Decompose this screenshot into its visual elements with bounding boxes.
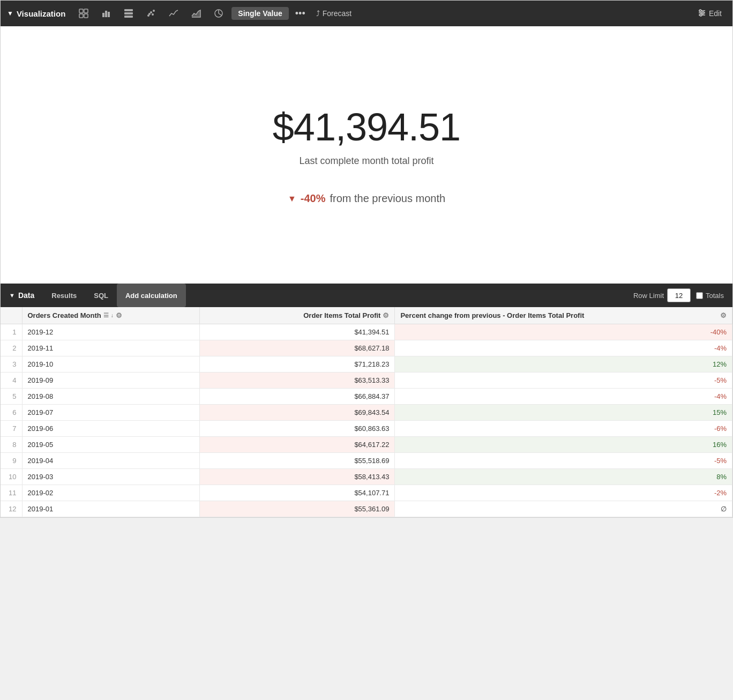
- cell-profit: $55,361.09: [199, 501, 395, 517]
- forecast-button[interactable]: ⤴ Forecast: [312, 9, 356, 18]
- row-limit-label: Row Limit: [633, 292, 664, 300]
- svg-point-21: [699, 10, 701, 12]
- svg-rect-7: [124, 9, 133, 11]
- col-settings-date-icon[interactable]: ⚙: [116, 311, 122, 319]
- svg-point-23: [700, 14, 702, 16]
- svg-point-11: [150, 11, 152, 13]
- cell-rownum: 4: [1, 373, 22, 389]
- area-chart-button[interactable]: [186, 5, 206, 22]
- comparison-row: ▼ -40% from the previous month: [288, 192, 445, 205]
- svg-line-17: [219, 13, 222, 16]
- chevron-down-icon-data: ▼: [9, 292, 15, 299]
- col-settings-pct-icon[interactable]: ⚙: [720, 311, 727, 319]
- table-row: 72019-06$60,863.63-6%: [1, 421, 732, 437]
- add-calculation-tab[interactable]: Add calculation: [117, 284, 186, 307]
- cell-date: 2019-02: [22, 485, 199, 501]
- main-value: $41,394.51: [273, 105, 460, 149]
- cell-date: 2019-04: [22, 453, 199, 469]
- cell-rownum: 10: [1, 469, 22, 485]
- cell-date: 2019-03: [22, 469, 199, 485]
- svg-rect-5: [105, 11, 107, 17]
- cell-profit: $64,617.22: [199, 437, 395, 453]
- cell-pct: -5%: [395, 453, 732, 469]
- forecast-icon: ⤴: [316, 9, 320, 18]
- cell-rownum: 8: [1, 437, 22, 453]
- cell-rownum: 5: [1, 389, 22, 405]
- cell-rownum: 3: [1, 356, 22, 373]
- svg-point-14: [152, 13, 154, 16]
- cell-pct: 16%: [395, 437, 732, 453]
- pie-chart-button[interactable]: [209, 5, 228, 22]
- table-row: 122019-01$55,361.09∅: [1, 501, 732, 517]
- line-chart-icon: [169, 9, 178, 18]
- col-settings-profit-icon[interactable]: ⚙: [383, 311, 389, 319]
- cell-rownum: 12: [1, 501, 22, 517]
- cell-profit: $68,627.18: [199, 340, 395, 356]
- totals-checkbox[interactable]: [696, 292, 703, 299]
- sql-tab[interactable]: SQL: [85, 284, 117, 307]
- cell-pct: ∅: [395, 501, 732, 517]
- table-body: 12019-12$41,394.51-40%22019-11$68,627.18…: [1, 324, 732, 517]
- table-icon: [79, 9, 88, 18]
- row-limit-input[interactable]: [667, 288, 691, 302]
- table-row: 12019-12$41,394.51-40%: [1, 324, 732, 340]
- table-header-row: Orders Created Month ☰ ↓ ⚙ Order Items T…: [1, 307, 732, 324]
- col-header-pct[interactable]: Percent change from previous - Order Ite…: [395, 307, 732, 324]
- cell-date: 2019-06: [22, 421, 199, 437]
- cell-rownum: 7: [1, 421, 22, 437]
- bar-chart-button[interactable]: [96, 5, 116, 22]
- table-view-button[interactable]: [74, 5, 93, 22]
- cell-pct: -5%: [395, 373, 732, 389]
- svg-rect-8: [124, 12, 133, 14]
- cell-pct: 12%: [395, 356, 732, 373]
- svg-rect-0: [79, 9, 83, 13]
- cell-date: 2019-07: [22, 405, 199, 421]
- cell-date: 2019-12: [22, 324, 199, 340]
- table-row: 22019-11$68,627.18-4%: [1, 340, 732, 356]
- more-options-button[interactable]: •••: [292, 8, 309, 19]
- down-arrow-icon: ▼: [288, 194, 296, 204]
- col-header-profit[interactable]: Order Items Total Profit ⚙: [199, 307, 395, 324]
- cell-pct: -4%: [395, 389, 732, 405]
- cell-pct: -2%: [395, 485, 732, 501]
- cell-date: 2019-08: [22, 389, 199, 405]
- results-tab[interactable]: Results: [43, 284, 85, 307]
- chevron-down-icon: ▼: [7, 10, 13, 17]
- line-chart-button[interactable]: [164, 5, 183, 22]
- svg-point-13: [148, 13, 151, 15]
- cell-pct: -40%: [395, 324, 732, 340]
- sliders-icon: [698, 9, 706, 19]
- table-row: 102019-03$58,413.438%: [1, 469, 732, 485]
- cell-rownum: 11: [1, 485, 22, 501]
- table-row: 42019-09$63,513.33-5%: [1, 373, 732, 389]
- svg-point-22: [702, 12, 704, 14]
- pivot-icon: [124, 9, 133, 18]
- comparison-percent: -40%: [301, 192, 326, 205]
- pivot-button[interactable]: [119, 5, 138, 22]
- svg-rect-4: [102, 13, 104, 17]
- scatter-button[interactable]: [141, 5, 161, 22]
- cell-pct: -4%: [395, 340, 732, 356]
- cell-rownum: 9: [1, 453, 22, 469]
- visualization-topbar: ▼ Visualization: [1, 1, 732, 26]
- table-row: 82019-05$64,617.2216%: [1, 437, 732, 453]
- cell-rownum: 6: [1, 405, 22, 421]
- data-bar: ▼ Data Results SQL Add calculation Row L…: [1, 284, 732, 307]
- data-table: Orders Created Month ☰ ↓ ⚙ Order Items T…: [1, 307, 732, 517]
- svg-rect-3: [84, 14, 88, 18]
- col-header-date[interactable]: Orders Created Month ☰ ↓ ⚙: [22, 307, 199, 324]
- cell-profit: $55,518.69: [199, 453, 395, 469]
- svg-rect-2: [79, 14, 83, 18]
- comparison-text: from the previous month: [330, 192, 445, 205]
- cell-date: 2019-01: [22, 501, 199, 517]
- cell-pct: -6%: [395, 421, 732, 437]
- pie-chart-icon: [214, 9, 223, 18]
- single-value-button[interactable]: Single Value: [231, 7, 288, 20]
- edit-button[interactable]: Edit: [693, 9, 726, 19]
- cell-date: 2019-10: [22, 356, 199, 373]
- svg-rect-6: [108, 12, 110, 17]
- data-table-container: Orders Created Month ☰ ↓ ⚙ Order Items T…: [1, 307, 732, 517]
- cell-profit: $63,513.33: [199, 373, 395, 389]
- cell-rownum: 1: [1, 324, 22, 340]
- cell-profit: $66,884.37: [199, 389, 395, 405]
